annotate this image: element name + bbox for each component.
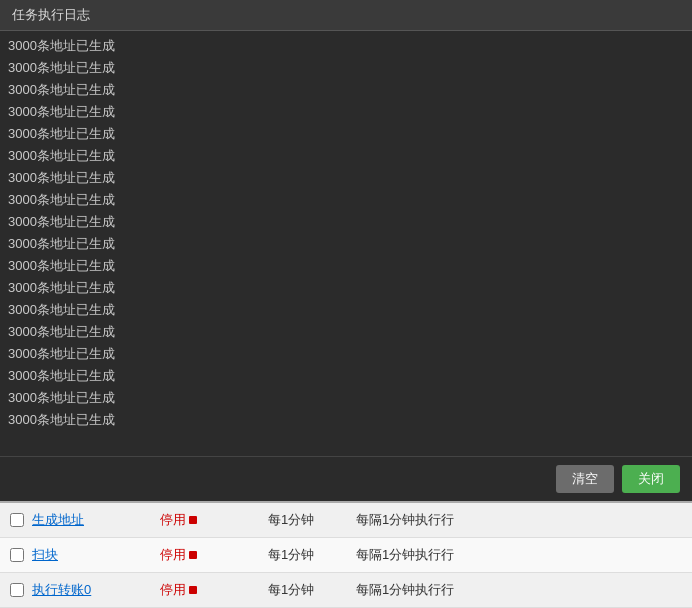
task-row: 生成地址 停用 每1分钟 每隔1分钟执行行 xyxy=(0,503,692,538)
task-interval-2: 每1分钟 xyxy=(268,581,348,599)
status-icon-0 xyxy=(189,516,197,524)
close-button[interactable]: 关闭 xyxy=(622,465,680,493)
log-entry: 3000条地址已生成 xyxy=(8,387,684,409)
task-row: 执行转账0 停用 每1分钟 每隔1分钟执行行 xyxy=(0,573,692,608)
task-schedule-2: 每隔1分钟执行行 xyxy=(356,581,682,599)
task-interval-1: 每1分钟 xyxy=(268,546,348,564)
log-entry: 3000条地址已生成 xyxy=(8,57,684,79)
task-checkbox-0[interactable] xyxy=(10,513,24,527)
log-entry: 3000条地址已生成 xyxy=(8,189,684,211)
log-entry: 3000条地址已生成 xyxy=(8,167,684,189)
main-container: 任务执行日志 3000条地址已生成3000条地址已生成3000条地址已生成300… xyxy=(0,0,692,608)
status-icon-1 xyxy=(189,551,197,559)
task-checkbox-1[interactable] xyxy=(10,548,24,562)
log-title: 任务执行日志 xyxy=(0,0,692,31)
task-schedule-1: 每隔1分钟执行行 xyxy=(356,546,682,564)
log-entry: 3000条地址已生成 xyxy=(8,145,684,167)
task-name-0[interactable]: 生成地址 xyxy=(32,511,152,529)
task-checkbox-2[interactable] xyxy=(10,583,24,597)
log-entry: 3000条地址已生成 xyxy=(8,211,684,233)
task-interval-0: 每1分钟 xyxy=(268,511,348,529)
task-list: 生成地址 停用 每1分钟 每隔1分钟执行行 扫块 停用 每1分钟 每隔1分钟执行… xyxy=(0,501,692,608)
button-row: 清空 关闭 xyxy=(0,456,692,501)
task-name-1[interactable]: 扫块 xyxy=(32,546,152,564)
task-status-0: 停用 xyxy=(160,511,260,529)
log-entry: 3000条地址已生成 xyxy=(8,321,684,343)
task-name-2[interactable]: 执行转账0 xyxy=(32,581,152,599)
log-entry: 3000条地址已生成 xyxy=(8,233,684,255)
log-entry: 3000条地址已生成 xyxy=(8,343,684,365)
log-title-text: 任务执行日志 xyxy=(12,7,90,22)
task-row: 扫块 停用 每1分钟 每隔1分钟执行行 xyxy=(0,538,692,573)
log-entry: 3000条地址已生成 xyxy=(8,255,684,277)
log-entry: 3000条地址已生成 xyxy=(8,79,684,101)
log-entry: 3000条地址已生成 xyxy=(8,277,684,299)
task-status-2: 停用 xyxy=(160,581,260,599)
clear-button[interactable]: 清空 xyxy=(556,465,614,493)
status-icon-2 xyxy=(189,586,197,594)
log-entry: 3000条地址已生成 xyxy=(8,299,684,321)
log-entry: 3000条地址已生成 xyxy=(8,101,684,123)
log-entry: 3000条地址已生成 xyxy=(8,35,684,57)
task-status-1: 停用 xyxy=(160,546,260,564)
log-content[interactable]: 3000条地址已生成3000条地址已生成3000条地址已生成3000条地址已生成… xyxy=(0,31,692,456)
log-entry: 3000条地址已生成 xyxy=(8,365,684,387)
log-panel: 任务执行日志 3000条地址已生成3000条地址已生成3000条地址已生成300… xyxy=(0,0,692,456)
log-entry: 3000条地址已生成 xyxy=(8,123,684,145)
task-schedule-0: 每隔1分钟执行行 xyxy=(356,511,682,529)
log-entry: 3000条地址已生成 xyxy=(8,409,684,431)
